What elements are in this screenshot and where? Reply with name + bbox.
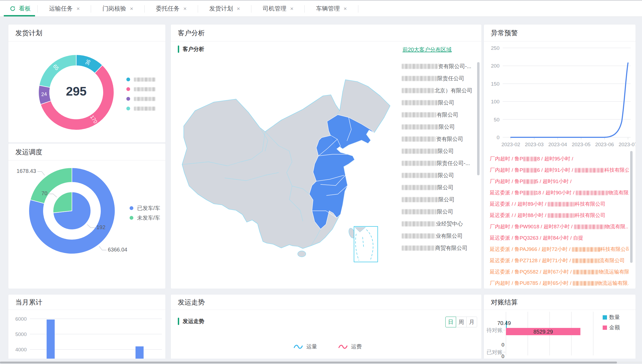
customer-item[interactable]: 限公司 (402, 169, 478, 181)
customer-analysis-subtitle: 客户分析 (183, 46, 204, 53)
panel-title: 客户分析 (171, 24, 481, 41)
legend-dot (126, 78, 130, 81)
customer-item[interactable]: 限公司 (402, 194, 478, 206)
refresh-icon[interactable] (10, 6, 16, 12)
tab-司机管理[interactable]: 司机管理× (251, 1, 305, 16)
warning-text: 科技有限公司 (575, 201, 605, 207)
customer-item[interactable]: 限公司 (402, 206, 478, 218)
warning-item[interactable]: 厂内超时 / 鲁P8 / 超时95小时 / (490, 153, 629, 164)
customer-item[interactable]: 北京）有限公司 (402, 85, 478, 97)
panel-reconcile: 对账结算 70.498529.29待对账已对账00数量金额 (484, 294, 636, 359)
legend-item[interactable]: 未发车/车 (130, 213, 160, 223)
redacted-text (402, 233, 435, 239)
china-outline (182, 80, 390, 248)
tab-车辆管理[interactable]: 车辆管理× (305, 1, 358, 16)
tab-label: 运输任务 (49, 5, 73, 13)
warning-text: 厂内超时 / 鲁PU8785 / 超时65小时 / (490, 280, 573, 286)
tab-委托任务[interactable]: 委托任务× (145, 1, 198, 16)
tab-运输任务[interactable]: 运输任务× (38, 1, 91, 16)
tab-label: 委托任务 (156, 5, 180, 13)
panel-title: 异常预警 (484, 24, 636, 41)
wave-icon (293, 344, 303, 350)
tab-bar: 看板运输任务×门岗核验×委托任务×发货计划×司机管理×车辆管理× (0, 0, 642, 17)
redacted-text (402, 112, 436, 117)
redacted-text (576, 191, 608, 195)
warning-text: 厂内超时 / 鲁P (490, 178, 523, 184)
svg-text:4000: 4000 (15, 347, 27, 352)
legend-item[interactable]: 运量 (293, 343, 317, 350)
warning-text: 物流有限... (608, 190, 629, 195)
legend-item[interactable] (126, 84, 155, 94)
close-tab-icon[interactable]: × (237, 5, 240, 12)
warning-text: 科技有限公司 (600, 246, 629, 252)
customer-list-scrollbar[interactable] (477, 62, 480, 175)
horizontal-scrollbar[interactable] (0, 362, 617, 363)
warning-text: 延迟委派 / / 超时89小时 / (490, 201, 548, 207)
legend-item[interactable] (126, 104, 155, 113)
warning-line-chart: 0501001502002502023-022023-032023-042023… (484, 41, 636, 154)
warning-text: 延迟委派 / 鲁P (490, 190, 523, 195)
range-button-日[interactable]: 日 (445, 317, 456, 327)
legend-item[interactable]: 运费 (338, 343, 362, 350)
customer-item[interactable]: 有限公司 (402, 109, 478, 121)
legend-item[interactable]: 已发车/车 (130, 203, 160, 213)
customer-name-suffix: 限公司 (437, 184, 453, 191)
warning-text: 延迟委派 / / 超时88小时 / (490, 212, 548, 218)
legend-dot (126, 107, 130, 110)
warning-text: 18 / 超时90小时 / (536, 190, 576, 195)
customer-item[interactable]: 限公司 (402, 121, 478, 133)
close-tab-icon[interactable]: × (343, 5, 347, 12)
legend-dot (126, 87, 130, 91)
close-tab-icon[interactable]: × (183, 5, 187, 12)
warning-text: 科技有限公司 (604, 167, 629, 173)
warning-item[interactable]: 厂内超时 / 鲁PU8785 / 超时65小时 / 物流运输有限... (490, 278, 629, 289)
hainan-island (298, 251, 306, 257)
legend-label: 运费 (351, 343, 362, 350)
customer-item[interactable]: 业经贸中心 (402, 218, 478, 230)
close-tab-icon[interactable]: × (130, 5, 133, 12)
customer-item[interactable]: 限责任公司 (402, 72, 478, 85)
warning-item[interactable]: 延迟委派 / 鲁PAJ966 / 超时72小时 / 科技有限公司 (490, 244, 629, 255)
customer-item[interactable]: 限责任公司-... (402, 157, 478, 169)
panel-monthly-total: 当月累计 600050004000 (8, 294, 166, 359)
svg-text:70.49: 70.49 (497, 320, 511, 326)
dispatch-legend: 已发车/车未发车/车 (130, 203, 160, 223)
customer-item[interactable]: 业有限公司 (402, 230, 478, 242)
warning-list-scrollbar[interactable] (630, 151, 633, 263)
redacted-label (134, 78, 155, 82)
warning-item[interactable]: 厂内超时 / 鲁P6 / 超时91小时 / 科技有限公司 (490, 164, 629, 176)
warning-item[interactable]: 延迟委派 / 鲁PQ3263 / 超时84小时 / 自提 (490, 232, 629, 244)
tab-门岗核验[interactable]: 门岗核验× (91, 1, 144, 16)
range-button-周[interactable]: 周 (456, 317, 467, 327)
customer-name-suffix: 北京）有限公司 (435, 87, 472, 94)
customer-item[interactable]: 资有限公司-... (402, 60, 478, 72)
close-tab-icon[interactable]: × (290, 5, 293, 12)
close-tab-icon[interactable]: × (77, 5, 80, 12)
top20-customers-link[interactable]: 前20大客户分布区域 (402, 46, 452, 53)
warning-item[interactable]: 延迟委派 / 鲁P18 / 超时90小时 / 物流有限... (490, 187, 629, 198)
legend-item[interactable] (126, 94, 155, 104)
warning-item[interactable]: 厂内超时 / 鲁PW9018 / 超时87小时 / 物流有限... (490, 221, 629, 232)
customer-item[interactable]: 限公司 (402, 145, 478, 157)
warning-item[interactable]: 延迟委派 / 鲁PZ7128 / 超时71小时 / 流有限公司 (490, 255, 629, 266)
redacted-label (134, 107, 155, 111)
legend-item[interactable] (126, 75, 155, 84)
customer-item[interactable]: 商贸有限公司 (402, 242, 478, 254)
customer-item[interactable]: 限公司 (402, 97, 478, 109)
range-button-月[interactable]: 月 (466, 317, 477, 327)
warning-item[interactable]: 延迟委派 / 鲁PQ5582 / 超时67小时 / 物流运输有限... (490, 266, 629, 278)
tab-发货计划[interactable]: 发货计划× (198, 1, 251, 16)
tab-看板[interactable]: 看板 (3, 1, 38, 16)
warning-item[interactable]: 延迟委派 / / 超时89小时 / 科技有限公司 (490, 198, 629, 210)
panel-dispatch: 发运调度 6366.041678.4319270 已发车/车未发车/车 (8, 143, 166, 289)
warning-item[interactable]: 延迟委派 / / 超时88小时 / 科技有限公司 (490, 210, 629, 221)
customer-item[interactable]: 限公司 (402, 181, 478, 194)
customer-item[interactable]: 资有限公司 (402, 133, 478, 145)
china-map[interactable] (176, 60, 392, 270)
redacted-text (402, 76, 437, 81)
warning-item[interactable]: 厂内超时 / 鲁P5 / 超时91小时 / (490, 176, 629, 187)
svg-text:6000: 6000 (15, 316, 27, 322)
redacted-text (402, 136, 436, 142)
panel-shipping-trend: 发运走势 发运走势 日周月 运量运费 (171, 294, 482, 359)
svg-text:数量: 数量 (609, 314, 620, 320)
